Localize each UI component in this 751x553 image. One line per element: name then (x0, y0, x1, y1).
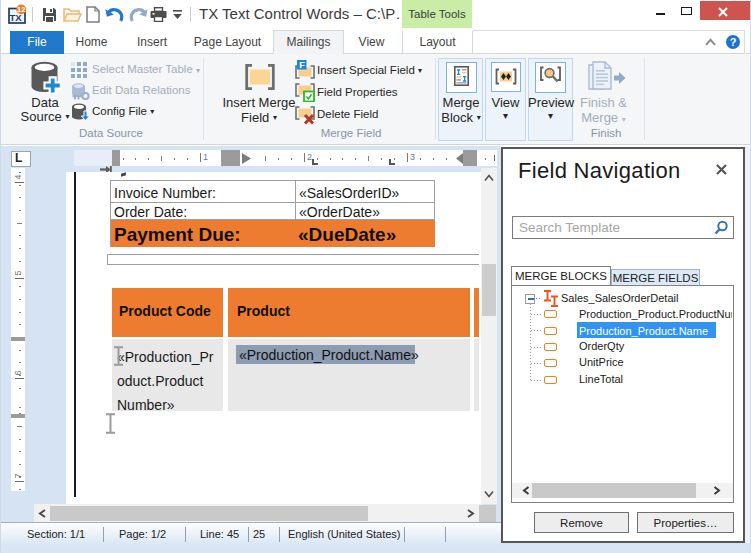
svg-text:F: F (299, 60, 305, 70)
svg-text:12: 12 (17, 5, 25, 14)
